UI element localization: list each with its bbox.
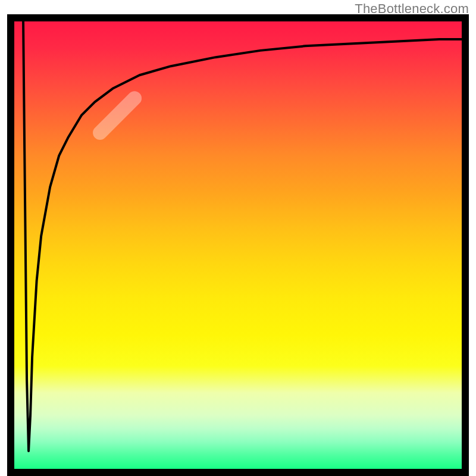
chart-frame — [7, 14, 469, 476]
bottleneck-curve — [23, 21, 462, 451]
curve-svg — [14, 21, 462, 469]
attribution-text: TheBottleneck.com — [355, 1, 469, 17]
